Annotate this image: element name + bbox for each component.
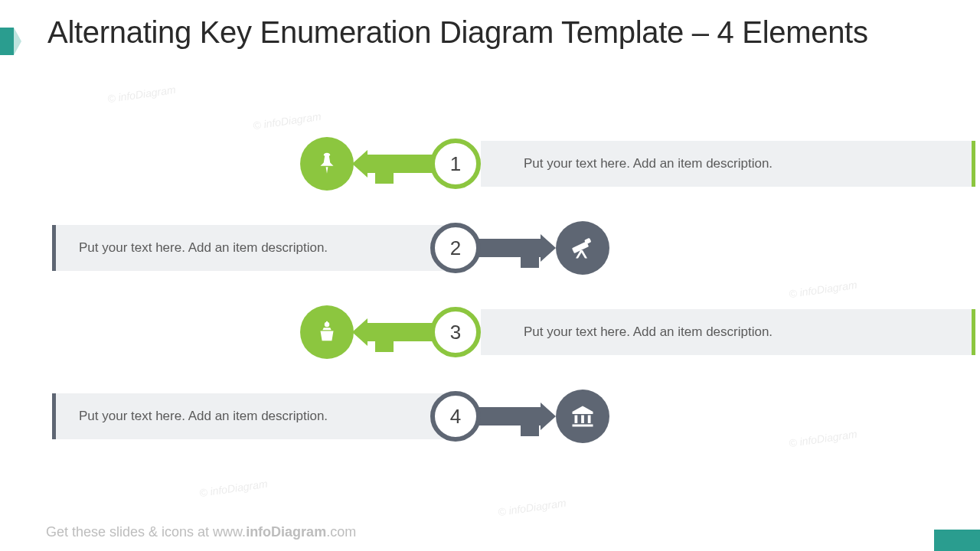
key-shaft: [366, 155, 435, 173]
svg-rect-6: [588, 416, 591, 424]
key-tip: [352, 318, 368, 346]
footer-pre: Get these slides & icons at www.: [46, 524, 246, 540]
key-shaft: [475, 407, 544, 425]
footer-credit: Get these slides & icons at www.infoDiag…: [46, 524, 356, 540]
key-number-3: 3: [430, 307, 481, 357]
telescope-icon: [556, 221, 609, 275]
bank-icon: [556, 390, 609, 443]
svg-rect-7: [573, 425, 593, 427]
pushpin-icon: [300, 137, 354, 191]
key-number-1: 1: [430, 139, 481, 189]
watermark: © infoDiagram: [252, 110, 322, 132]
key-shaft: [366, 323, 435, 341]
title-accent: [0, 28, 15, 55]
watermark: © infoDiagram: [788, 279, 858, 300]
podium-icon: [300, 305, 354, 359]
key-tip: [541, 234, 556, 262]
key-number-4: 4: [430, 391, 481, 442]
watermark: © infoDiagram: [788, 428, 858, 449]
watermark: © infoDiagram: [497, 497, 567, 518]
key-shaft: [475, 239, 544, 257]
key-tip: [541, 403, 556, 430]
key-teeth: [521, 257, 539, 268]
key-teeth: [521, 425, 539, 436]
watermark: © infoDiagram: [198, 478, 268, 499]
item-text-2: Put your text here. Add an item descript…: [52, 225, 454, 271]
slide: { "title": "Alternating Key Enumeration …: [0, 0, 980, 551]
svg-rect-4: [575, 416, 578, 424]
key-teeth: [375, 341, 394, 352]
svg-rect-5: [581, 416, 584, 424]
key-number-2: 2: [430, 223, 481, 273]
item-text-4: Put your text here. Add an item descript…: [52, 393, 454, 439]
item-text-3: Put your text here. Add an item descript…: [481, 309, 975, 355]
svg-rect-3: [326, 321, 328, 324]
watermark: © infoDiagram: [106, 83, 176, 105]
footer-post: .com: [326, 524, 356, 540]
slide-title: Alternating Key Enumeration Diagram Temp…: [47, 15, 949, 50]
footer-brand: infoDiagram: [246, 524, 326, 540]
item-text-1: Put your text here. Add an item descript…: [481, 141, 975, 187]
key-tip: [352, 150, 368, 178]
corner-accent: [934, 530, 980, 551]
key-teeth: [375, 173, 394, 184]
